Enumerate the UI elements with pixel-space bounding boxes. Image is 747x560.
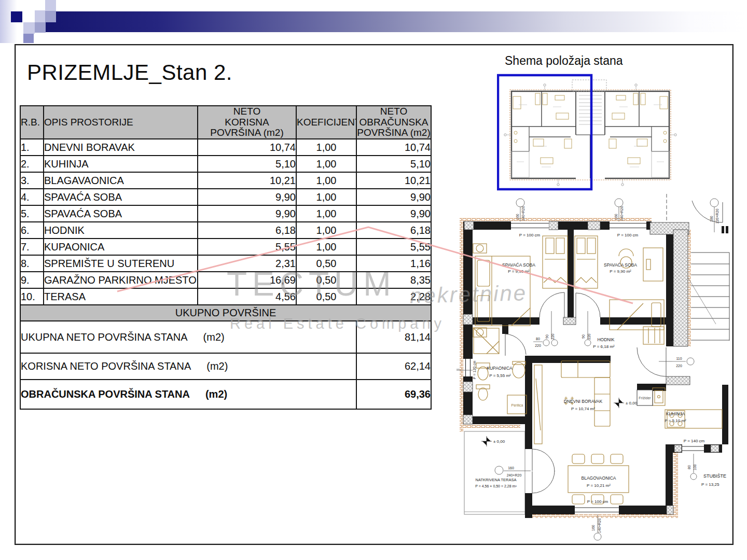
room-name: SPAVAĆA SOBA (44, 189, 198, 205)
koef-value: 1,00 (296, 139, 356, 156)
bathroom-label: KUPAONICA (487, 366, 513, 371)
washer-label: Perilica (511, 403, 523, 407)
bedroom1-label: SPAVAĆA SOBA (502, 262, 535, 268)
summary-row-ukupna-neto: UKUPNA NETO POVRŠINA STANA(m2) 81,14 (20, 321, 431, 353)
row-num: 7. (20, 239, 44, 255)
room-name: SPREMIŠTE U SUTERENU (44, 255, 198, 272)
svg-text:160: 160 (516, 214, 519, 220)
svg-text:240+R20: 240+R20 (507, 473, 522, 477)
dining-label: BLAGOVAONICA (582, 475, 616, 481)
summary-unit: (m2) (203, 331, 225, 343)
koef-value: 1,00 (296, 205, 356, 222)
window-label: P = 140 cm (684, 439, 705, 443)
floor-plan: 160 140+R20 160 140+R20 180 220+R20 100 … (457, 193, 734, 551)
area-table: R.B. OPIS PROSTORIJE NETO KORISNA POVRŠI… (20, 105, 432, 410)
summary-unit: (m2) (205, 388, 227, 400)
obr-value: 2,28 (356, 288, 431, 305)
row-num: 2. (20, 156, 44, 172)
fridge-label: Frižider (639, 396, 651, 400)
row-num: 10. (20, 288, 44, 305)
totals-band-label: UKUPNO POVRŠINE (20, 305, 431, 321)
terrace-outline (464, 431, 525, 514)
hall-label: HODNIK (597, 337, 614, 342)
svg-text:160: 160 (591, 525, 595, 531)
koef-value: 0,50 (296, 288, 356, 305)
svg-text:100: 100 (693, 464, 697, 470)
deco-square-mid-2 (35, 22, 46, 33)
neto-value: 5,55 (198, 239, 296, 255)
header-banner-bar (45, 11, 747, 32)
svg-text:P = 13,25: P = 13,25 (701, 482, 720, 487)
row-num: 8. (20, 255, 44, 272)
schema-location-title: Shema položaja stana (505, 54, 623, 68)
deco-square-dark (11, 11, 22, 22)
svg-text:220+R20: 220+R20 (715, 208, 719, 223)
svg-text:220: 220 (535, 344, 541, 347)
obr-value: 9,90 (356, 189, 431, 205)
svg-text:90: 90 (582, 334, 585, 339)
svg-text:140+R20: 140+R20 (521, 206, 525, 221)
svg-text:P = 9,90 m²: P = 9,90 m² (610, 269, 631, 274)
svg-text:± 0,00: ± 0,00 (626, 401, 638, 405)
terrace-label: NATKRIVENA TERASA (476, 478, 517, 482)
room-name: GARAŽNO PARKIRNO MJESTO (44, 272, 198, 288)
deco-square-mid-3 (23, 34, 34, 43)
table-row: 1.DNEVNI BORAVAK10,741,0010,74 (20, 139, 431, 156)
page-title: PRIZEMLJE_Stan 2. (27, 60, 232, 85)
obr-value: 1,16 (356, 255, 431, 272)
table-row: 9.GARAŽNO PARKIRNO MJESTO16,690,508,35 (20, 272, 431, 288)
staircase-steps (691, 253, 729, 341)
window-label: P = 100 cm (617, 233, 639, 237)
room-name: BLAGAVAONICA (44, 172, 198, 189)
table-row: 7.KUPAONICA5,551,005,55 (20, 239, 431, 255)
row-num: 4. (20, 189, 44, 205)
summary-label: OBRAČUNSKA POVRŠINA STANA (21, 388, 190, 400)
svg-text:140+R20: 140+R20 (620, 206, 624, 221)
deco-square-light-1 (35, 10, 46, 22)
staircase-label: STUBIŠTE (703, 473, 726, 479)
obr-value: 5,55 (356, 239, 431, 255)
svg-text:P = 6,18 m²: P = 6,18 m² (593, 344, 615, 349)
svg-text:180: 180 (710, 216, 713, 222)
koef-value: 1,00 (296, 172, 356, 189)
koef-value: 1,00 (296, 156, 356, 172)
obr-value: 10,21 (356, 172, 431, 189)
neto-value: 10,74 (198, 139, 296, 156)
row-num: 5. (20, 205, 44, 222)
neto-value: 6,18 (198, 222, 296, 239)
deco-square-light-2 (45, 0, 56, 11)
table-row: 3.BLAGAVAONICA10,211,0010,21 (20, 172, 431, 189)
room-name: TERASA (44, 288, 198, 305)
neto-value: 9,90 (198, 205, 296, 222)
room-name: KUPAONICA (44, 239, 198, 255)
header-obracunska: NETO OBRAČUNSKA POVRŠINA (m2) (356, 106, 431, 139)
header-rb: R.B. (20, 106, 44, 139)
svg-text:220: 220 (587, 333, 591, 340)
kitchen-label: KUHINJA (666, 411, 685, 416)
room-name: SPAVAĆA SOBA (44, 205, 198, 222)
table-row: 5.SPAVAĆA SOBA9,901,009,90 (20, 205, 431, 222)
svg-text:80: 80 (536, 337, 540, 341)
table-row: 2.KUHINJA5,101,005,10 (20, 156, 431, 172)
totals-band-row: UKUPNO POVRŠINE (20, 305, 431, 321)
room-name: HODNIK (44, 222, 198, 239)
neto-value: 5,10 (198, 156, 296, 172)
summary-value: 69,36 (356, 380, 431, 409)
row-num: 1. (20, 139, 44, 156)
window-label: P = 120 cm (473, 360, 476, 379)
deco-square-mid-1 (45, 11, 56, 22)
table-row: 10.TERASA4,560,502,28 (20, 288, 431, 305)
row-num: 6. (20, 222, 44, 239)
window-label: P = 100 cm (519, 233, 541, 237)
svg-text:P = 5,10 m²: P = 5,10 m² (665, 418, 686, 423)
neto-value: 9,90 (198, 189, 296, 205)
deco-square-light-3 (23, 22, 35, 34)
header-koeficijent: KOEFICIJENT (296, 106, 356, 139)
table-row: 6.HODNIK6,181,006,18 (20, 222, 431, 239)
summary-row-korisna-neto: KORISNA NETO POVRŠINA STANA(m2) 62,14 (20, 353, 431, 380)
bedroom2-label: SPAVAĆA SOBA (604, 262, 637, 268)
svg-text:P = 9,90 m²: P = 9,90 m² (508, 269, 530, 274)
svg-text:P = 5,55 m²: P = 5,55 m² (489, 373, 511, 378)
living-label: DNEVNI BORAVAK (564, 399, 603, 404)
svg-text:160: 160 (614, 214, 618, 220)
